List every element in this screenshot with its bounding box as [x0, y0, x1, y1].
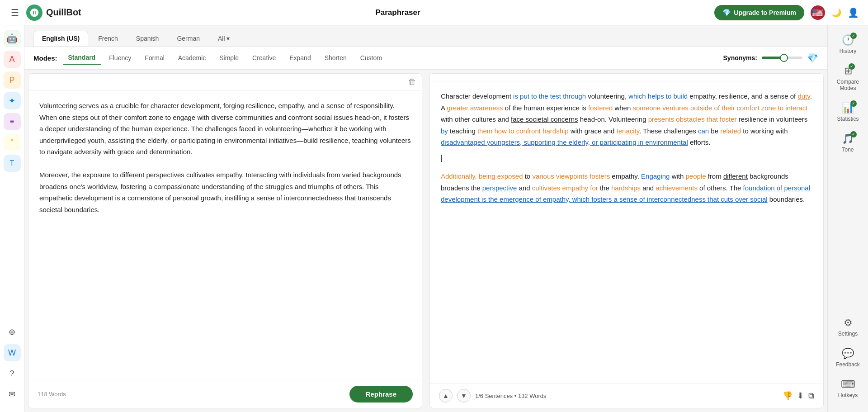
input-panel: 🗑 Volunteering serves as a crucible for …	[28, 73, 422, 408]
output-span: disadvantaged youngsters, supporting the…	[441, 138, 688, 146]
logo-text: QuillBot	[46, 7, 81, 18]
ai-detector-icon: ✦	[9, 96, 15, 106]
thumbs-down-button[interactable]: 👎	[783, 391, 793, 401]
tab-spanish[interactable]: Spanish	[128, 31, 167, 46]
hotkeys-label: Hotkeys	[838, 392, 858, 398]
copy-button[interactable]: ⧉	[808, 391, 814, 401]
tone-icon: 🎵 ✓	[842, 133, 854, 145]
input-toolbar: 🗑	[28, 74, 422, 91]
quillbot-icon: 🤖	[6, 33, 18, 44]
rephrase-button[interactable]: Rephrase	[349, 386, 413, 403]
output-span: presents obstacles that foster	[648, 115, 737, 123]
settings-icon: ⚙	[844, 317, 853, 329]
synonyms-slider[interactable]	[762, 57, 802, 59]
output-span: achievements	[656, 184, 698, 192]
sidebar-item-help[interactable]: ?	[4, 365, 21, 382]
output-span: which helps to build	[628, 92, 688, 100]
input-editor[interactable]: Volunteering serves as a crucible for ch…	[28, 91, 422, 380]
prev-sentence-button[interactable]: ▲	[439, 389, 453, 403]
sidebar-item-translate[interactable]: T	[4, 155, 21, 172]
output-nav: ▲ ▼ 1/6 Sentences • 132 Words	[439, 389, 547, 403]
sidebar-item-quillbot[interactable]: 🤖	[4, 30, 21, 47]
delete-button[interactable]: 🗑	[408, 77, 416, 87]
output-span: by	[441, 127, 448, 135]
output-span: cultivates empathy for	[532, 184, 598, 192]
grammar-icon: A	[9, 55, 14, 64]
sidebar-item-statistics[interactable]: 📊 ✓ Statistics	[830, 98, 866, 127]
sidebar-item-chrome[interactable]: ⊕	[4, 323, 21, 341]
sidebar-item-hotkeys[interactable]: ⌨ Hotkeys	[830, 374, 866, 403]
input-footer: 118 Words Rephrase	[28, 380, 422, 408]
output-span: Engaging	[641, 172, 670, 180]
output-footer: ▲ ▼ 1/6 Sentences • 132 Words 👎 ⬇ ⧉	[430, 383, 823, 408]
synonyms-end-icon: 💎	[807, 52, 818, 63]
help-icon: ?	[9, 369, 14, 379]
editors: 🗑 Volunteering serves as a crucible for …	[24, 70, 827, 412]
output-panel: Character development is put to the test…	[429, 73, 824, 408]
left-sidebar: 🤖 A P ✦ ≡ " T ⊕ W ?	[0, 25, 24, 412]
output-span: related	[720, 127, 741, 135]
flag-icon[interactable]: 🇺🇸	[811, 5, 825, 20]
output-span: Additionally, being exposed	[441, 172, 523, 180]
sidebar-item-ai-detector[interactable]: ✦	[4, 92, 21, 109]
sidebar-item-compare[interactable]: ⊞ ✓ Compare Modes	[830, 61, 866, 96]
history-icon: 🕐 ✓	[842, 34, 854, 46]
sidebar-item-word[interactable]: W	[4, 344, 21, 361]
tab-german[interactable]: German	[169, 31, 208, 46]
output-span: various viewpoints fosters	[532, 172, 610, 180]
sidebar-item-paraphraser[interactable]: P	[4, 71, 21, 89]
sidebar-item-grammar[interactable]: A	[4, 51, 21, 68]
mode-shorten[interactable]: Shorten	[319, 52, 352, 64]
output-span: duty	[797, 92, 810, 100]
tone-badge: ✓	[850, 131, 857, 137]
mode-standard[interactable]: Standard	[63, 51, 101, 65]
sidebar-item-settings[interactable]: ⚙ Settings	[830, 313, 866, 341]
upgrade-label: Upgrade to Premium	[734, 9, 796, 16]
compare-badge: ✓	[849, 63, 855, 70]
sidebar-item-tone[interactable]: 🎵 ✓ Tone	[830, 128, 866, 157]
hamburger-menu[interactable]: ☰	[9, 5, 21, 20]
upgrade-button[interactable]: 💎 Upgrade to Premium	[714, 5, 804, 20]
paraphraser-icon: P	[9, 76, 14, 85]
hotkeys-icon: ⌨	[841, 379, 855, 390]
sidebar-item-citation[interactable]: "	[4, 134, 21, 151]
history-badge: ✓	[850, 33, 857, 39]
sidebar-item-feedback[interactable]: 💬 Feedback	[830, 343, 866, 372]
tab-french[interactable]: French	[90, 31, 126, 46]
mode-formal[interactable]: Formal	[139, 52, 170, 64]
right-sidebar: 🕐 ✓ History ⊞ ✓ Compare Modes 📊 ✓ Statis…	[827, 25, 868, 412]
statistics-badge: ✓	[850, 100, 857, 107]
input-paragraph-2: Moreover, the exposure to different pers…	[39, 169, 411, 215]
content-area: English (US) French Spanish German All ▾…	[24, 25, 827, 412]
mode-fluency[interactable]: Fluency	[104, 52, 137, 64]
output-span: hardships	[611, 184, 641, 192]
navbar-right: 💎 Upgrade to Premium 🇺🇸 🌙 👤	[714, 5, 859, 20]
next-sentence-button[interactable]: ▼	[457, 389, 471, 403]
user-profile-button[interactable]: 👤	[848, 7, 859, 18]
language-tabs: English (US) French Spanish German All ▾	[24, 25, 827, 46]
history-label: History	[840, 48, 856, 54]
mode-expand[interactable]: Expand	[284, 52, 316, 64]
sidebar-item-history[interactable]: 🕐 ✓ History	[830, 30, 866, 59]
mode-academic[interactable]: Academic	[173, 52, 211, 64]
mode-creative[interactable]: Creative	[247, 52, 281, 64]
sidebar-item-summarizer[interactable]: ≡	[4, 113, 21, 130]
dark-mode-toggle[interactable]: 🌙	[831, 8, 841, 18]
tab-all[interactable]: All ▾	[210, 31, 238, 46]
slider-thumb[interactable]	[780, 54, 788, 62]
tab-english[interactable]: English (US)	[33, 31, 88, 46]
output-toolbar	[430, 74, 823, 81]
sidebar-bottom: ⊕ W ? ✉	[4, 323, 21, 407]
mode-simple[interactable]: Simple	[214, 52, 244, 64]
download-button[interactable]: ⬇	[797, 391, 804, 401]
statistics-label: Statistics	[837, 116, 859, 122]
output-span: them how to confront hardship	[477, 127, 569, 135]
output-editor: Character development is put to the test…	[430, 81, 823, 383]
output-span: people	[685, 172, 706, 180]
output-actions: 👎 ⬇ ⧉	[783, 391, 814, 401]
sidebar-item-mail[interactable]: ✉	[4, 386, 21, 403]
page-title: Paraphraser	[375, 8, 420, 17]
mode-custom[interactable]: Custom	[355, 52, 387, 64]
output-paragraph-2: Additionally, being exposed to various v…	[441, 170, 812, 205]
output-span: someone ventures outside of their comfor…	[632, 104, 807, 112]
